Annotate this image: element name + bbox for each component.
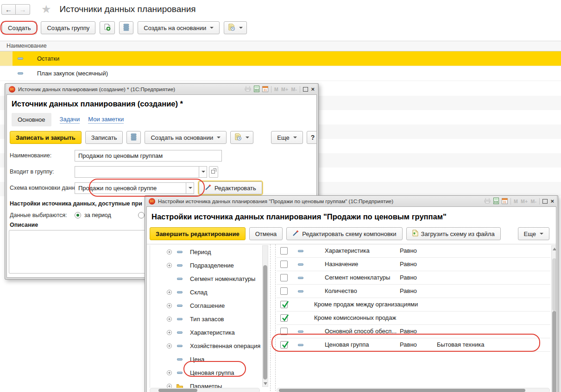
radio-second[interactable] [138,212,145,218]
condition-checkbox[interactable] [280,287,288,295]
tree-item[interactable]: Период [150,245,262,259]
schema-input[interactable] [75,182,186,194]
condition-checkbox[interactable] [280,261,288,268]
radio-for-period[interactable] [75,212,81,218]
tree-item[interactable]: Характеристика [150,326,262,339]
condition-row[interactable]: Назначение Равно [277,258,550,271]
create-button[interactable]: Создать [2,21,37,34]
memory-m-button[interactable]: M [514,199,518,204]
memory-mminus-button[interactable]: M- [291,87,297,92]
create-based-on-button[interactable]: Создать на основании [138,21,220,34]
create-based-on-button[interactable]: Создать на основании [145,131,227,144]
more-button[interactable]: Еще [518,227,549,240]
printer-icon[interactable] [245,86,251,93]
expand-icon[interactable] [167,290,172,295]
tree-item[interactable]: Подразделение [150,259,262,272]
cancel-button[interactable]: Отмена [249,227,283,240]
condition-checkbox[interactable] [280,247,288,255]
favorite-star-icon[interactable]: ★ [41,4,51,15]
maximize-icon[interactable] [542,199,548,204]
memory-mplus-button[interactable]: M+ [521,199,528,204]
load-schema-from-file-button[interactable]: Загрузить схему из файла [406,227,501,240]
tree-item[interactable]: Тип запасов [150,312,262,326]
memory-mminus-button[interactable]: M- [531,199,537,204]
more-button[interactable]: Еще [271,131,303,144]
panel-splitter[interactable] [270,244,276,392]
printer-icon[interactable] [484,198,491,205]
expand-icon[interactable] [167,330,172,335]
calendar-icon[interactable]: 31 [262,86,268,93]
forward-button[interactable]: → [16,4,30,15]
condition-checkbox[interactable] [280,328,288,335]
scrollbar-thumb[interactable] [158,389,197,392]
scrollbar-thumb[interactable] [552,311,556,392]
conditions-horizontal-scrollbar[interactable] [277,388,550,392]
expand-icon[interactable] [167,249,172,255]
expand-icon[interactable] [167,370,172,375]
maximize-icon[interactable] [303,87,308,92]
tree-item[interactable]: Склад [150,286,262,299]
condition-row[interactable]: Кроме комиссионных продаж [277,311,550,325]
edit-composition-schema-button[interactable]: Редактировать схему компоновки [286,227,402,240]
tree-item[interactable]: Соглашение [150,299,262,312]
tree-horizontal-scrollbar[interactable] [150,388,260,392]
expand-icon[interactable] [167,384,172,388]
help-button[interactable]: ? [307,131,317,144]
scroll-up-icon[interactable] [553,248,556,250]
close-icon[interactable]: × [311,86,315,92]
tab-main[interactable]: Основное [12,113,51,126]
group-dropdown-button[interactable] [199,166,207,178]
list-view-button[interactable] [119,21,133,34]
scrollbar-thumb[interactable] [263,265,267,380]
tree-item[interactable]: Сегмент номенклатуры [150,272,262,286]
tree-item[interactable]: Цена [150,353,262,366]
tree-item[interactable]: Ценовая группа [150,366,262,380]
back-button[interactable]: ← [1,4,16,15]
expand-icon[interactable] [167,303,172,308]
close-icon[interactable]: × [550,198,554,204]
condition-row[interactable]: Ценовая группа Равно Бытовая техника [277,338,550,352]
table-header-name-column[interactable]: Наименование [0,41,561,51]
condition-row[interactable]: Основной способ обесп... Равно [277,325,550,338]
doc-clock-dropdown-button[interactable] [230,131,253,144]
condition-checkbox[interactable] [280,314,288,322]
calculator-icon[interactable] [493,198,499,205]
dialog-settings-titlebar[interactable]: 1С Настройки источника данных планирован… [146,196,556,206]
calculator-icon[interactable] [254,86,259,93]
condition-row[interactable]: Характеристика Равно [277,244,550,258]
scrollbar-thumb[interactable] [279,389,525,392]
name-input[interactable] [75,150,222,162]
condition-checkbox[interactable] [280,341,288,348]
tab-my-notes[interactable]: Мои заметки [88,116,124,124]
edit-schema-button[interactable]: Редактировать [199,181,262,194]
schema-dropdown-button[interactable] [186,182,194,194]
table-row[interactable]: Остатки [0,51,561,66]
save-button[interactable]: Записать [85,131,123,144]
doc-clock-dropdown-button[interactable] [224,21,247,34]
memory-m-button[interactable]: M [274,87,278,92]
condition-row[interactable]: Количество Равно [277,285,550,298]
condition-checkbox[interactable] [280,274,288,281]
expand-icon[interactable] [167,343,172,348]
condition-row[interactable]: Кроме продаж между организациями [277,298,550,311]
calendar-icon[interactable]: 31 [502,198,508,205]
scrollbar-thumb-light[interactable] [552,258,556,311]
condition-checkbox[interactable] [280,301,288,308]
expand-icon[interactable] [167,317,172,322]
tree-item[interactable]: Параметры [150,380,262,388]
list-view-button[interactable] [126,131,141,144]
memory-mplus-button[interactable]: M+ [281,87,288,92]
condition-row[interactable]: Сегмент номенклатуры Равно [277,271,550,285]
save-and-close-button[interactable]: Записать и закрыть [10,131,82,144]
create-group-button[interactable]: Создать группу [41,21,95,34]
table-row[interactable]: План закупок (месячный) [0,66,561,81]
tree-vertical-scrollbar[interactable] [262,245,268,387]
new-item-copy-button[interactable] [100,21,115,34]
tree-item[interactable]: Хозяйственная операция [150,339,262,353]
conditions-vertical-scrollbar[interactable] [551,245,556,392]
dialog-create-titlebar[interactable]: 1С Источник данных планирования (создани… [6,84,317,94]
tab-tasks[interactable]: Задачи [60,116,80,124]
group-input[interactable] [75,166,199,178]
expand-icon[interactable] [167,263,172,268]
finish-editing-button[interactable]: Завершить редактирование [150,227,246,240]
